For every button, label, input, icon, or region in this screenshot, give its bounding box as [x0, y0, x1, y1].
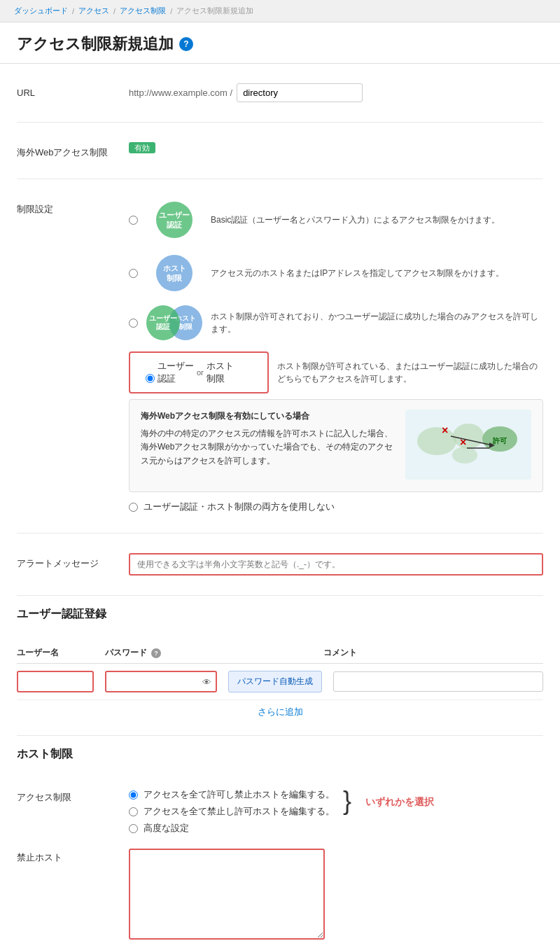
- restriction-option-3: ユーザー認証 ホスト制限 ホスト制限が許可されており、かつユーザー認証に成功した…: [129, 305, 543, 340]
- select-annotation: いずれかを選択: [365, 793, 434, 809]
- ban-host-textarea[interactable]: [129, 849, 325, 940]
- or-text: or: [197, 368, 204, 377]
- alert-section: アラートメッセージ: [17, 534, 543, 596]
- alert-message-input[interactable]: [129, 553, 543, 576]
- host-restriction-icon-2: ホスト制限: [156, 255, 192, 291]
- restriction-section: 制限設定 ユーザー認証 Basic認証（ユーザー名とパスワード入力）によるアクセ…: [17, 179, 543, 534]
- username-input[interactable]: [17, 671, 94, 692]
- alert-label: アラートメッセージ: [17, 553, 129, 570]
- svg-point-2: [453, 424, 484, 449]
- access-option-label-1: アクセスを全て許可し禁止ホストを編集する。: [144, 788, 335, 801]
- access-option-label-2: アクセスを全て禁止し許可ホストを編集する。: [144, 805, 335, 818]
- help-icon[interactable]: ?: [179, 37, 193, 51]
- col-header-username: ユーザー名: [17, 647, 94, 659]
- notice-body: 海外の中の特定のアクセス元の情報を許可ホストに記入した場合、海外Webアクセス制…: [141, 427, 394, 468]
- password-wrapper: 👁: [105, 671, 217, 692]
- alert-control: [129, 553, 543, 576]
- user-auth-title: ユーザー認証登録: [17, 596, 543, 630]
- host-restriction-icon-4: ホスト制限: [206, 360, 234, 385]
- directory-input[interactable]: [237, 83, 363, 102]
- restriction-radio-4[interactable]: [146, 374, 155, 383]
- restriction-desc-2: アクセス元のホスト名またはIPアドレスを指定してアクセス制限をかけます。: [211, 267, 543, 279]
- col-header-comment: コメント: [323, 647, 543, 659]
- venn-or-icons: ユーザー認証 or ホスト制限: [158, 360, 241, 385]
- overseas-status-badge: 有効: [129, 142, 155, 153]
- page-title: アクセス制限新規追加: [17, 34, 174, 55]
- overseas-label: 海外Webアクセス制限: [17, 142, 129, 159]
- eye-icon[interactable]: 👁: [202, 676, 211, 687]
- access-radio-1[interactable]: [129, 790, 138, 800]
- user-auth-icon-1: ユーザー認証: [156, 202, 192, 238]
- restriction-desc-3: ホスト制限が許可されており、かつユーザー認証に成功した場合のみアクセスを許可しま…: [211, 310, 543, 335]
- breadcrumb-access[interactable]: アクセス: [78, 6, 109, 16]
- host-section-title: ホスト制限: [17, 736, 543, 770]
- user-auth-icon-4: ユーザー認証: [158, 360, 194, 385]
- url-section: URL http://www.example.com /: [17, 64, 543, 123]
- password-info-icon[interactable]: ?: [151, 648, 161, 658]
- restriction-desc-1: Basic認証（ユーザー名とパスワード入力）によるアクセス制限をかけます。: [211, 214, 543, 226]
- breadcrumb-current: アクセス制限新規追加: [176, 6, 253, 16]
- no-use-option: ユーザー認証・ホスト制限の両方を使用しない: [129, 501, 543, 513]
- map-diagram: × × 許可: [405, 410, 531, 482]
- selected-option-box: ユーザー認証 or ホスト制限: [129, 351, 269, 393]
- password-input[interactable]: [105, 671, 217, 692]
- restriction-label: 制限設定: [17, 199, 129, 216]
- user-table-header: ユーザー名 パスワード ? コメント: [17, 641, 543, 664]
- add-more-link: さらに追加: [17, 699, 543, 724]
- restriction-radio-none[interactable]: [129, 503, 138, 512]
- access-restriction-row: アクセス制限 アクセスを全て許可し禁止ホストを編集する。 アクセスを全て禁止し許…: [17, 781, 543, 842]
- host-option-3: 高度な設定: [129, 822, 335, 835]
- svg-text:許可: 許可: [493, 437, 507, 445]
- svg-text:×: ×: [442, 424, 448, 436]
- restriction-radio-3[interactable]: [129, 319, 138, 328]
- url-label: URL: [17, 83, 129, 98]
- access-restriction-label: アクセス制限: [17, 788, 129, 804]
- access-option-label-3: 高度な設定: [144, 822, 189, 835]
- restriction-radio-2[interactable]: [129, 269, 138, 278]
- restriction-option-4: ユーザー認証 or ホスト制限 ホスト制限が許可されている、またはユーザー認証に…: [129, 351, 543, 393]
- notice-title: 海外Webアクセス制限を有効にしている場合: [141, 410, 394, 423]
- page-header: アクセス制限新規追加 ?: [0, 22, 560, 64]
- host-option-2: アクセスを全て禁止し許可ホストを編集する。: [129, 805, 335, 818]
- breadcrumb: ダッシュボード / アクセス / アクセス制限 / アクセス制限新規追加: [0, 0, 560, 22]
- access-radio-2[interactable]: [129, 807, 138, 816]
- no-use-label: ユーザー認証・ホスト制限の両方を使用しない: [144, 501, 335, 513]
- col-header-password: パスワード ?: [105, 647, 217, 659]
- brace-annotation: } いずれかを選択: [343, 788, 434, 814]
- url-base: http://www.example.com /: [129, 88, 232, 98]
- restriction-option-4-wrapper: ユーザー認証 or ホスト制限 ホスト制限が許可されている、またはユーザー認証に…: [129, 351, 543, 492]
- svg-point-1: [417, 427, 456, 455]
- brace-char: }: [343, 788, 351, 814]
- ban-host-label: 禁止ホスト: [17, 849, 129, 864]
- restriction-radio-1[interactable]: [129, 216, 138, 225]
- user-row: 👁 パスワード自動生成: [17, 664, 543, 699]
- add-more-anchor[interactable]: さらに追加: [258, 706, 303, 717]
- breadcrumb-access-restriction[interactable]: アクセス制限: [120, 6, 166, 16]
- main-content: URL http://www.example.com / 海外Webアクセス制限…: [0, 64, 560, 941]
- host-options: アクセスを全て許可し禁止ホストを編集する。 アクセスを全て禁止し許可ホストを編集…: [129, 788, 335, 835]
- ban-host-row: 禁止ホスト: [17, 842, 543, 941]
- restriction-option-1: ユーザー認証 Basic認証（ユーザー名とパスワード入力）によるアクセス制限をか…: [129, 199, 543, 241]
- restriction-option-2: ホスト制限 アクセス元のホスト名またはIPアドレスを指定してアクセス制限をかけま…: [129, 252, 543, 294]
- user-auth-icon-3: ユーザー認証: [146, 305, 180, 340]
- auto-password-button[interactable]: パスワード自動生成: [228, 671, 322, 692]
- notice-text: 海外Webアクセス制限を有効にしている場合 海外の中の特定のアクセス元の情報を許…: [141, 410, 394, 482]
- host-section: アクセス制限 アクセスを全て許可し禁止ホストを編集する。 アクセスを全て禁止し許…: [17, 770, 543, 941]
- user-auth-section: ユーザー名 パスワード ? コメント 👁 パスワード自動生成 さらに追加: [17, 630, 543, 736]
- restriction-control: ユーザー認証 Basic認証（ユーザー名とパスワード入力）によるアクセス制限をか…: [129, 199, 543, 513]
- access-radio-3[interactable]: [129, 824, 138, 833]
- comment-input[interactable]: [333, 671, 543, 692]
- notice-box: 海外Webアクセス制限を有効にしている場合 海外の中の特定のアクセス元の情報を許…: [129, 399, 543, 492]
- breadcrumb-dashboard[interactable]: ダッシュボード: [14, 6, 68, 16]
- restriction-desc-4: ホスト制限が許可されている、またはユーザー認証に成功した場合のどちらでもアクセス…: [277, 360, 543, 385]
- svg-point-4: [452, 447, 477, 463]
- col-header-autobtn: [228, 647, 312, 659]
- host-option-1: アクセスを全て許可し禁止ホストを編集する。: [129, 788, 335, 801]
- overseas-control: 有効: [129, 142, 543, 153]
- overseas-section: 海外Webアクセス制限 有効: [17, 123, 543, 179]
- url-control: http://www.example.com /: [129, 83, 543, 102]
